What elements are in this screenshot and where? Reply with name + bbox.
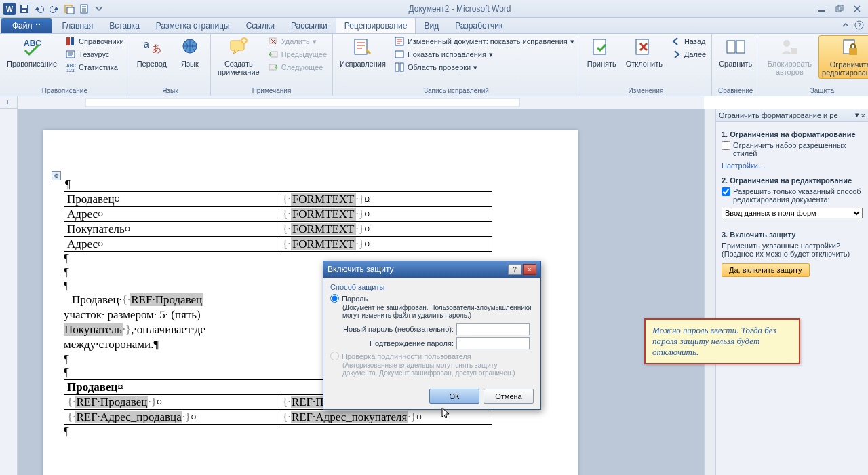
reviewing-pane-button[interactable]: Область проверки ▾ xyxy=(391,61,577,73)
new-password-input[interactable] xyxy=(456,323,530,335)
table-cell[interactable]: Покупатель¤ xyxy=(64,222,279,237)
table-move-handle-icon[interactable]: ✥ xyxy=(52,171,61,180)
delete-comment-button[interactable]: Удалить ▾ xyxy=(265,35,330,48)
start-enforcement-button[interactable]: Да, включить защиту xyxy=(722,263,810,277)
previous-change-button[interactable]: Назад xyxy=(668,35,709,48)
tab-review[interactable]: Рецензирование xyxy=(336,18,416,33)
display-for-review-combo[interactable]: Измененный документ: показать исправлени… xyxy=(391,35,577,48)
language-button[interactable]: Язык xyxy=(172,35,208,69)
accept-label: Принять xyxy=(587,60,616,68)
research-button[interactable]: Справочники xyxy=(62,35,127,48)
cancel-button[interactable]: Отмена xyxy=(484,389,534,404)
text-run: Продавец· xyxy=(72,293,122,306)
vertical-scrollbar[interactable] xyxy=(704,109,715,475)
close-button[interactable] xyxy=(849,3,865,15)
ribbon-minimize-icon[interactable] xyxy=(841,20,850,30)
qat-extra1[interactable] xyxy=(62,2,76,16)
translate-button[interactable]: aあ Перевод xyxy=(133,35,171,69)
tab-layout[interactable]: Разметка страницы xyxy=(148,18,238,33)
formtext-field[interactable]: FORMTEXT xyxy=(291,208,356,221)
dialog-titlebar[interactable]: Включить защиту ? × xyxy=(323,261,540,278)
editing-type-select[interactable]: Ввод данных в поля форм xyxy=(722,208,863,218)
block-authors-label: Блокировать авторов xyxy=(766,60,812,76)
tab-home[interactable]: Главная xyxy=(54,18,102,33)
help-icon[interactable]: ? xyxy=(854,20,864,30)
tab-insert[interactable]: Вставка xyxy=(101,18,148,33)
display-for-review-label: Измененный документ: показать исправлени… xyxy=(408,37,568,45)
taskpane-dropdown-icon[interactable]: ▾ xyxy=(855,111,859,119)
redo-button[interactable] xyxy=(47,2,61,16)
ribbon: ABC Правописание Справочники Тезаурус AB… xyxy=(0,34,868,96)
thesaurus-button[interactable]: Тезаурус xyxy=(62,48,127,60)
restore-button[interactable] xyxy=(831,3,848,15)
tab-mailings[interactable]: Рассылки xyxy=(283,18,336,33)
ruler-corner: L xyxy=(0,96,18,109)
table-row: Покупатель¤{·FORMTEXT·}¤ xyxy=(64,222,492,237)
limit-formatting-checkbox[interactable]: Ограничить набор разрешенных стилей xyxy=(722,141,863,157)
show-markup-button[interactable]: Показать исправления ▾ xyxy=(391,48,577,60)
wordcount-button[interactable]: ABC123Статистика xyxy=(62,61,127,73)
horizontal-ruler[interactable] xyxy=(18,96,704,109)
group-compare: Сравнить Сравнение xyxy=(712,34,760,96)
save-button[interactable] xyxy=(18,2,31,16)
reject-button[interactable]: Отклонить xyxy=(622,35,667,69)
dialog-close-button[interactable]: × xyxy=(523,264,536,275)
track-changes-button[interactable]: Исправления xyxy=(336,35,390,69)
compare-button[interactable]: Сравнить xyxy=(715,35,756,69)
group-protect: Блокировать авторов Ограничить редактиро… xyxy=(760,34,868,96)
next-comment-button[interactable]: Следующее xyxy=(265,61,330,73)
svg-rect-33 xyxy=(736,41,745,53)
formatting-settings-link[interactable]: Настройки… xyxy=(722,162,766,170)
undo-button[interactable] xyxy=(33,2,46,16)
table-cell[interactable]: Адрес¤ xyxy=(64,237,279,252)
table-cell[interactable]: {·REF·Адрес_покупателя·}¤ xyxy=(279,410,492,425)
allow-editing-checkbox[interactable]: Разрешить только указанный способ редакт… xyxy=(722,187,863,204)
table-cell[interactable]: {·REF·Адрес_продавца·}¤ xyxy=(64,410,279,425)
prev-comment-button[interactable]: Предыдущее xyxy=(265,48,330,60)
tab-references[interactable]: Ссылки xyxy=(238,18,283,33)
spelling-label: Правописание xyxy=(7,60,57,68)
group-changes-label: Изменения xyxy=(583,86,709,96)
block-authors-button[interactable]: Блокировать авторов xyxy=(762,35,816,77)
tab-developer[interactable]: Разработчик xyxy=(447,18,511,33)
table-cell[interactable]: {·FORMTEXT·}¤ xyxy=(279,222,492,237)
svg-rect-29 xyxy=(400,63,403,71)
formtext-field[interactable]: FORMTEXT xyxy=(291,238,356,250)
svg-rect-37 xyxy=(849,48,857,55)
reject-label: Отклонить xyxy=(626,60,663,68)
table-cell[interactable]: {·FORMTEXT·}¤ xyxy=(279,237,492,252)
table-cell[interactable]: Адрес¤ xyxy=(64,207,279,222)
restrict-editing-button[interactable]: Ограничить редактирование xyxy=(818,35,868,79)
ref-field: REF·Адрес_покупателя xyxy=(291,411,408,423)
text-run: участок· размером· 5· (пять) xyxy=(64,308,201,321)
ribbon-tabs: Файл Главная Вставка Разметка страницы С… xyxy=(0,18,868,34)
password-radio-label: Пароль xyxy=(342,294,368,303)
new-comment-button[interactable]: Создать примечание xyxy=(214,35,264,77)
wordcount-label: Статистика xyxy=(79,63,118,71)
annotation-callout: Можно пароль ввести. Тогда без пароля за… xyxy=(644,318,800,364)
minimize-button[interactable] xyxy=(814,3,830,15)
spelling-button[interactable]: ABC Правописание xyxy=(3,35,61,69)
formtext-field[interactable]: FORMTEXT xyxy=(291,223,356,235)
qat-customize[interactable] xyxy=(92,2,106,16)
start-enforcing-protection-dialog: Включить защиту ? × Способ защиты Пароль… xyxy=(323,261,541,410)
password-radio[interactable]: Пароль xyxy=(330,294,534,303)
confirm-password-input[interactable] xyxy=(456,337,530,349)
ok-button[interactable]: ОК xyxy=(429,389,479,404)
tab-view[interactable]: Вид xyxy=(416,18,447,33)
vertical-ruler[interactable] xyxy=(0,109,18,475)
new-password-label: Новый пароль (необязательно): xyxy=(342,325,456,333)
qat-extra2[interactable] xyxy=(77,2,91,16)
app-icon[interactable]: W xyxy=(3,2,16,16)
table-cell[interactable]: {·REF·Продавец·}¤ xyxy=(64,395,279,410)
file-tab[interactable]: Файл xyxy=(1,18,52,33)
taskpane-close-icon[interactable]: × xyxy=(861,111,865,119)
svg-rect-1 xyxy=(22,5,27,8)
table-cell[interactable]: {·FORMTEXT·}¤ xyxy=(279,192,492,207)
next-change-button[interactable]: Далее xyxy=(668,48,709,60)
formtext-field[interactable]: FORMTEXT xyxy=(291,193,356,206)
dialog-help-button[interactable]: ? xyxy=(508,264,521,275)
table-cell[interactable]: Продавец¤ xyxy=(64,192,279,207)
accept-button[interactable]: Принять xyxy=(583,35,620,69)
table-cell[interactable]: {·FORMTEXT·}¤ xyxy=(279,207,492,222)
